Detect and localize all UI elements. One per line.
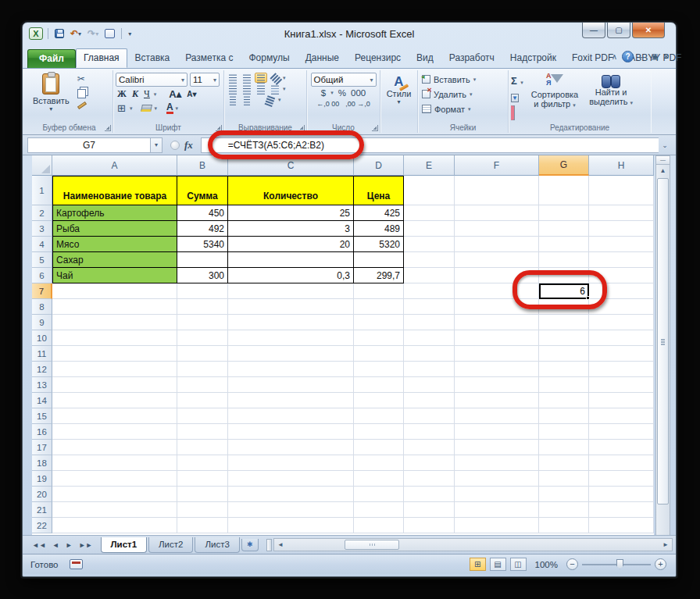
- tab-split-handle[interactable]: [266, 539, 272, 551]
- cell-C15[interactable]: [228, 408, 354, 424]
- cell-H7[interactable]: [589, 283, 654, 299]
- row-header-17[interactable]: 17: [32, 440, 52, 455]
- autosum-button[interactable]: Σ ▾: [511, 73, 523, 87]
- cell-F15[interactable]: [455, 408, 539, 424]
- scroll-up-icon[interactable]: ▲: [656, 165, 670, 176]
- cell-D22[interactable]: [354, 518, 404, 533]
- cell-F13[interactable]: [455, 377, 539, 393]
- cell-H10[interactable]: [589, 330, 654, 346]
- cell-D21[interactable]: [354, 502, 404, 518]
- cell-E6[interactable]: [404, 268, 455, 283]
- cell-C18[interactable]: [228, 455, 354, 471]
- row-header-14[interactable]: 14: [32, 393, 52, 408]
- cell-E5[interactable]: [404, 252, 455, 268]
- cell-A15[interactable]: [52, 408, 177, 424]
- dialog-launcher-icon[interactable]: [105, 125, 111, 131]
- row-header-21[interactable]: 21: [32, 502, 52, 518]
- cell-A9[interactable]: [52, 315, 177, 330]
- cell-F16[interactable]: [455, 424, 539, 440]
- fx-icon[interactable]: fx: [184, 139, 193, 152]
- cell-E17[interactable]: [404, 440, 455, 455]
- cell-D1[interactable]: Цена: [354, 176, 404, 205]
- cell-C22[interactable]: [228, 518, 354, 533]
- cell-E1[interactable]: [404, 176, 455, 205]
- cell-F20[interactable]: [455, 487, 539, 502]
- ribbon-tab-файл[interactable]: Файл: [27, 49, 76, 68]
- cell-D14[interactable]: [354, 393, 404, 408]
- cell-G16[interactable]: [539, 424, 589, 440]
- prev-sheet-icon[interactable]: ◄: [49, 540, 62, 551]
- name-box[interactable]: G7: [27, 137, 151, 153]
- cell-B12[interactable]: [177, 362, 228, 377]
- sheet-tab-лист1[interactable]: Лист1: [101, 537, 148, 553]
- column-header-a[interactable]: A: [52, 155, 177, 176]
- cell-B16[interactable]: [177, 424, 228, 440]
- cell-G8[interactable]: [539, 299, 589, 315]
- scroll-left-icon[interactable]: ◄: [274, 541, 287, 548]
- cell-G17[interactable]: [539, 440, 589, 455]
- cell-G6[interactable]: [539, 268, 589, 283]
- cell-C2[interactable]: 25: [228, 205, 354, 221]
- cell-D2[interactable]: 425: [354, 205, 404, 221]
- cell-B15[interactable]: [177, 408, 228, 424]
- cell-B5[interactable]: [177, 252, 228, 268]
- number-format-select[interactable]: Общий▾: [311, 73, 377, 87]
- cell-F17[interactable]: [455, 440, 539, 455]
- cell-C9[interactable]: [228, 315, 354, 330]
- cell-G18[interactable]: [539, 455, 589, 471]
- cell-G12[interactable]: [539, 362, 589, 377]
- cell-H9[interactable]: [589, 315, 654, 330]
- italic-button[interactable]: К: [130, 87, 140, 101]
- cell-F3[interactable]: [455, 221, 539, 237]
- cell-E11[interactable]: [404, 346, 455, 362]
- cell-E7[interactable]: [404, 283, 455, 299]
- cell-A18[interactable]: [52, 455, 177, 471]
- fill-handle[interactable]: [586, 296, 590, 300]
- cell-B3[interactable]: 492: [177, 221, 228, 237]
- view-page-break-button[interactable]: ◫: [510, 558, 527, 571]
- vertical-scrollbar[interactable]: — ▲ ▼: [655, 155, 670, 547]
- cell-A16[interactable]: [52, 424, 177, 440]
- format-cells-button[interactable]: Формат▾: [420, 102, 505, 116]
- row-header-8[interactable]: 8: [32, 299, 52, 315]
- column-header-b[interactable]: B: [177, 155, 228, 176]
- split-handle[interactable]: —: [656, 156, 670, 165]
- sort-filter-button[interactable]: АЯ Сортировка и фильтр ▾: [528, 72, 581, 120]
- row-header-6[interactable]: 6: [32, 268, 52, 283]
- currency-button[interactable]: $: [321, 88, 326, 98]
- cell-F2[interactable]: [455, 205, 539, 221]
- increase-indent-button[interactable]: [241, 94, 253, 105]
- cell-C12[interactable]: [228, 362, 354, 377]
- restore-button[interactable]: ▢: [607, 23, 630, 38]
- styles-button[interactable]: А Стили ▾: [383, 72, 415, 107]
- cell-H8[interactable]: [589, 299, 654, 315]
- row-header-20[interactable]: 20: [32, 487, 52, 502]
- cell-G15[interactable]: [539, 408, 589, 424]
- cell-C7[interactable]: [228, 283, 354, 299]
- align-left-button[interactable]: [227, 84, 239, 94]
- horizontal-scrollbar[interactable]: ◄ ►: [273, 538, 673, 551]
- align-top-button[interactable]: [227, 73, 239, 83]
- cell-F8[interactable]: [455, 299, 539, 315]
- cell-A22[interactable]: [52, 518, 177, 533]
- workbook-restore-icon[interactable]: ▣: [651, 52, 658, 61]
- cell-F12[interactable]: [455, 362, 539, 377]
- cell-B11[interactable]: [177, 346, 228, 362]
- font-color-button[interactable]: А: [166, 102, 173, 114]
- paste-button[interactable]: Вставить ▾: [28, 72, 74, 114]
- clear-button[interactable]: [511, 106, 523, 120]
- cell-A19[interactable]: [52, 471, 177, 487]
- expand-formula-bar-icon[interactable]: ⌄: [659, 141, 671, 149]
- scrollbar-thumb[interactable]: [345, 540, 399, 550]
- cell-F22[interactable]: [455, 518, 539, 533]
- cell-B17[interactable]: [177, 440, 228, 455]
- next-sheet-icon[interactable]: ►: [62, 540, 76, 551]
- column-header-g[interactable]: G: [539, 155, 589, 176]
- cell-H13[interactable]: [589, 377, 654, 393]
- cell-D8[interactable]: [354, 299, 404, 315]
- formula-input[interactable]: =СЧЁТЗ(A5:C6;A2:B2): [201, 137, 659, 153]
- row-header-19[interactable]: 19: [32, 471, 52, 487]
- row-header-22[interactable]: 22: [32, 518, 52, 533]
- column-header-e[interactable]: E: [404, 155, 455, 176]
- cell-C14[interactable]: [228, 393, 354, 408]
